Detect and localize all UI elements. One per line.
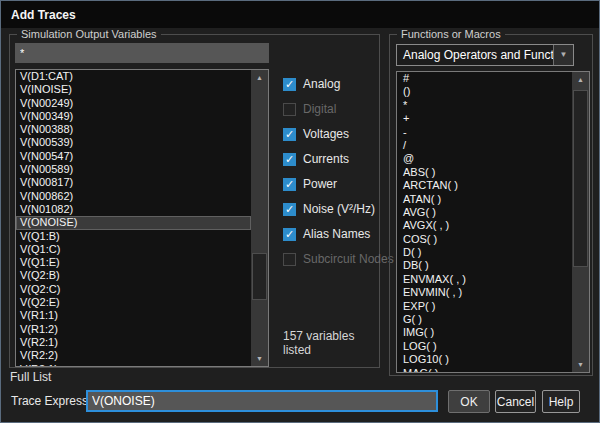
functions-list: # () * + - / @ ABS( ) ARCTAN( ) [396, 71, 590, 373]
variable-item[interactable]: V(N01082) [16, 203, 251, 216]
checkbox-label: Subcircuit Nodes [303, 252, 394, 266]
checkbox-label: Noise (V²/Hz) [303, 202, 375, 216]
function-item[interactable]: + [397, 112, 572, 125]
function-item[interactable]: COS( ) [397, 233, 572, 246]
function-item[interactable]: MAG( ) [397, 367, 572, 372]
variable-item[interactable]: V(N00388) [16, 123, 251, 136]
function-item[interactable]: # [397, 72, 572, 85]
filter-checkbox[interactable]: ✓ Power [283, 176, 394, 192]
variable-item[interactable]: V(N00249) [16, 97, 251, 110]
function-item[interactable]: ENVMAX( , ) [397, 273, 572, 286]
checkbox-box: ✓ [283, 253, 296, 266]
simulation-output-variables-label: Simulation Output Variables [17, 28, 161, 40]
filter-checkbox[interactable]: ✓ Currents [283, 151, 394, 167]
filter-checkbox[interactable]: ✓ Alias Names [283, 226, 394, 242]
variable-item[interactable]: V(Q2:E) [16, 296, 251, 309]
dropdown-selected-value: Analog Operators and Functions [397, 48, 553, 62]
ok-button[interactable]: OK [448, 390, 490, 413]
function-item[interactable]: AVG( ) [397, 206, 572, 219]
checkbox-box: ✓ [283, 103, 296, 116]
simulation-output-variables-group: Simulation Output Variables V(D1:CAT) V(… [9, 34, 380, 368]
filter-checkbox[interactable]: ✓ Analog [283, 76, 394, 92]
checkbox-box: ✓ [283, 203, 296, 216]
variables-list: V(D1:CAT) V(INOISE) V(N00249) V(N00349) … [15, 69, 269, 367]
cancel-button[interactable]: Cancel [495, 390, 536, 413]
function-item[interactable]: DB( ) [397, 259, 572, 272]
check-icon: ✓ [285, 154, 294, 165]
function-item[interactable]: AVGX( , ) [397, 219, 572, 232]
checkbox-label: Digital [303, 102, 336, 116]
check-icon: ✓ [285, 79, 294, 90]
function-item[interactable]: * [397, 99, 572, 112]
variables-count: 157 variables listed [283, 329, 379, 357]
function-item[interactable]: ABS( ) [397, 166, 572, 179]
variable-item[interactable]: V(ONOISE) [16, 216, 251, 229]
function-item[interactable]: - [397, 126, 572, 139]
variable-item[interactable]: V(R1:2) [16, 323, 251, 336]
checkbox-label: Currents [303, 152, 349, 166]
variable-item[interactable]: V(Q1:B) [16, 230, 251, 243]
variable-item[interactable]: V(D1:CAT) [16, 70, 251, 83]
function-item[interactable]: D( ) [397, 246, 572, 259]
variables-scrollbar[interactable]: ▲ ▼ [251, 70, 268, 366]
title-bar[interactable]: Add Traces [1, 1, 599, 28]
function-category-dropdown[interactable]: Analog Operators and Functions ▼ [396, 44, 574, 66]
function-item[interactable]: ATAN( ) [397, 193, 572, 206]
variable-item[interactable]: V(Q1:C) [16, 243, 251, 256]
variable-item[interactable]: V(N00349) [16, 110, 251, 123]
scroll-down-icon[interactable]: ▼ [572, 357, 589, 372]
checkbox-box: ✓ [283, 153, 296, 166]
function-item[interactable]: ARCTAN( ) [397, 179, 572, 192]
variable-item[interactable]: V(N00817) [16, 176, 251, 189]
variable-item[interactable]: V(R1:1) [16, 309, 251, 322]
variable-item[interactable]: V(R2:1) [16, 336, 251, 349]
variable-item[interactable]: V(R2:2) [16, 349, 251, 362]
variable-item[interactable]: V(N00539) [16, 136, 251, 149]
checkbox-label: Voltages [303, 127, 349, 141]
check-icon: ✓ [285, 129, 294, 140]
filter-checkbox[interactable]: ✓ Noise (V²/Hz) [283, 201, 394, 217]
full-list-label: Full List [10, 370, 51, 384]
functions-scrollbar-thumb[interactable] [573, 90, 588, 267]
function-item[interactable]: () [397, 85, 572, 98]
chevron-down-icon[interactable]: ▼ [553, 45, 573, 65]
filter-checkbox: ✓ Subcircuit Nodes [283, 251, 394, 267]
variable-filter-input[interactable] [15, 43, 269, 63]
variables-scrollbar-thumb[interactable] [252, 253, 267, 300]
scroll-up-icon[interactable]: ▲ [572, 72, 589, 87]
function-item[interactable]: LOG10( ) [397, 353, 572, 366]
variable-item[interactable]: V(N00589) [16, 163, 251, 176]
filter-checkbox[interactable]: ✓ Voltages [283, 126, 394, 142]
help-button[interactable]: Help [542, 390, 580, 413]
functions-or-macros-label: Functions or Macros [397, 28, 505, 40]
function-item[interactable]: EXP( ) [397, 300, 572, 313]
variable-item[interactable]: V(Q1:E) [16, 256, 251, 269]
function-item[interactable]: G( ) [397, 313, 572, 326]
functions-rows: # () * + - / @ ABS( ) ARCTAN( ) [397, 72, 572, 372]
trace-expression-input[interactable] [86, 390, 438, 412]
function-item[interactable]: IMG( ) [397, 326, 572, 339]
scroll-up-icon[interactable]: ▲ [251, 70, 268, 85]
variable-item[interactable]: V(N00862) [16, 190, 251, 203]
check-icon: ✓ [285, 204, 294, 215]
variable-item[interactable]: V(Q2:C) [16, 283, 251, 296]
checkbox-box: ✓ [283, 228, 296, 241]
scroll-down-icon[interactable]: ▼ [251, 351, 268, 366]
function-item[interactable]: / [397, 139, 572, 152]
variable-item[interactable]: V(N00547) [16, 150, 251, 163]
checkbox-box: ✓ [283, 78, 296, 91]
filter-checkbox: ✓ Digital [283, 101, 394, 117]
variable-item[interactable]: V(Q2:B) [16, 269, 251, 282]
window-title: Add Traces [1, 8, 76, 22]
variables-rows: V(D1:CAT) V(INOISE) V(N00249) V(N00349) … [16, 70, 251, 366]
function-item[interactable]: @ [397, 152, 572, 165]
functions-or-macros-group: Functions or Macros Analog Operators and… [389, 34, 593, 376]
checkbox-label: Power [303, 177, 337, 191]
variable-item[interactable]: V(INOISE) [16, 83, 251, 96]
functions-scrollbar[interactable]: ▲ ▼ [572, 72, 589, 372]
checkbox-label: Analog [303, 77, 340, 91]
check-icon: ✓ [285, 179, 294, 190]
variable-item[interactable]: V(R3:1) [16, 363, 251, 366]
function-item[interactable]: ENVMIN( , ) [397, 286, 572, 299]
function-item[interactable]: LOG( ) [397, 340, 572, 353]
